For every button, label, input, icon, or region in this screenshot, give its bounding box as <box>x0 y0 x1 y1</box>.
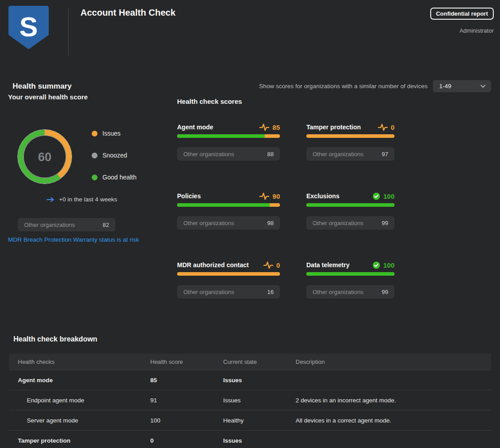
row-current-state: Healthy <box>223 417 296 424</box>
score-bar-track <box>306 203 394 207</box>
card-other-organizations: Other organizations 99 <box>306 285 394 299</box>
score-bar-track <box>177 134 280 138</box>
score-card-header: MDR authorized contact 0 <box>177 260 280 269</box>
breakdown-table-header: Health checks Health score Current state… <box>9 354 491 370</box>
row-health-check: Tamper protection <box>9 437 150 444</box>
table-row[interactable]: Endpoint agent mode 91 Issues 2 devices … <box>9 390 491 410</box>
score-card-name: Tamper protection <box>306 124 378 131</box>
score-card: Agent mode 85 <box>177 123 280 161</box>
column-header: Current state <box>223 358 296 365</box>
score-value: 0 <box>276 261 280 269</box>
page-title: Account Health Check <box>81 8 175 18</box>
health-check-scores-section: Health check scores Agent mode <box>177 98 492 299</box>
row-current-state: Issues <box>223 377 296 384</box>
card-other-organizations: Other organizations 99 <box>306 216 394 230</box>
breakdown-table-body: Agent mode 85 Issues Endpoint agent mode… <box>9 370 491 448</box>
device-range-dropdown[interactable]: 1-49 <box>433 80 491 92</box>
overall-health-donut: 60 <box>15 127 75 187</box>
score-card: Data telemetry 100 <box>306 260 394 299</box>
card-other-organizations: Other organizations 97 <box>306 147 394 161</box>
other-organizations-value: 97 <box>382 151 388 158</box>
other-organizations-label: Other organizations <box>313 220 363 226</box>
card-other-organizations: Other organizations 88 <box>177 147 280 161</box>
score-card-header: Data telemetry 100 <box>306 260 394 269</box>
legend-item: Snoozed <box>92 152 136 159</box>
score-card-header: Policies 90 <box>177 192 280 201</box>
table-row[interactable]: Server agent mode 100 Healthy All device… <box>9 410 491 430</box>
administrator-label: Administrator <box>459 27 494 34</box>
score-cards-grid: Agent mode 85 <box>177 123 492 299</box>
score-bar-fill <box>306 272 394 276</box>
score-bar-track <box>177 203 280 207</box>
score-bar-fill <box>177 134 265 138</box>
legend-dot-icon <box>92 175 97 180</box>
column-header: Description <box>296 358 491 365</box>
legend-label: Good health <box>102 174 136 181</box>
pulse-issues-icon <box>263 260 273 269</box>
card-other-organizations: Other organizations 16 <box>177 285 280 299</box>
other-organizations-value: 16 <box>267 289 274 295</box>
row-health-check: Server agent mode <box>9 417 150 424</box>
row-health-score: 100 <box>150 417 223 424</box>
other-organizations-value: 82 <box>103 222 109 228</box>
legend-label: Issues <box>102 130 120 137</box>
score-card-name: Exclusions <box>306 192 373 200</box>
device-filter-label: Show scores for organizations with a sim… <box>259 83 428 90</box>
score-bar-fill <box>306 203 394 207</box>
score-bar-track <box>306 134 394 138</box>
other-organizations-value: 99 <box>382 220 388 226</box>
legend-label: Snoozed <box>102 152 127 159</box>
header-divider <box>68 8 68 55</box>
score-card-name: Data telemetry <box>306 261 373 269</box>
trend-row: +0 in the last 4 weeks <box>8 196 156 203</box>
other-organizations-label: Other organizations <box>183 220 234 226</box>
other-organizations-value: 88 <box>267 151 274 158</box>
score-card-header: Exclusions 100 <box>306 192 394 201</box>
row-description: 2 devices in an incorrect agent mode. <box>296 397 491 404</box>
score-value: 0 <box>391 124 394 131</box>
summary-other-organizations: Other organizations 82 <box>18 218 115 231</box>
overall-score-subtitle: Your overall health score <box>8 93 88 101</box>
row-health-check: Endpoint agent mode <box>9 397 150 404</box>
confidential-report-badge[interactable]: Confidential report <box>430 8 494 20</box>
donut-legend: Issues Snoozed Good health <box>92 130 136 181</box>
score-card-header: Tamper protection 0 <box>306 123 394 132</box>
score-card-name: Agent mode <box>177 124 259 131</box>
other-organizations-value: 98 <box>267 220 274 226</box>
chevron-down-icon <box>480 85 486 88</box>
pulse-issues-icon <box>259 123 269 132</box>
score-card-name: MDR authorized contact <box>177 261 263 269</box>
other-organizations-label: Other organizations <box>24 222 75 228</box>
table-row[interactable]: Tamper protection 0 Issues <box>9 430 491 448</box>
table-row[interactable]: Agent mode 85 Issues <box>9 370 491 390</box>
score-card: Exclusions 100 <box>306 192 394 230</box>
row-health-score: 85 <box>150 377 223 384</box>
svg-text:S: S <box>19 11 38 42</box>
column-header: Health score <box>150 358 223 365</box>
score-bar-fill <box>177 203 270 207</box>
row-health-check: Agent mode <box>9 377 150 384</box>
pulse-issues-icon <box>378 123 388 132</box>
row-current-state: Issues <box>223 437 296 444</box>
other-organizations-label: Other organizations <box>313 289 363 295</box>
score-card: Policies 90 <box>177 192 280 230</box>
mdr-warranty-warning-link[interactable]: MDR Breach Protection Warranty status is… <box>8 236 139 243</box>
other-organizations-label: Other organizations <box>183 289 234 295</box>
health-check-breakdown-title: Health check breakdown <box>13 335 97 343</box>
device-filter-row: Show scores for organizations with a sim… <box>259 80 491 92</box>
column-header: Health checks <box>9 358 150 365</box>
overall-score-value: 60 <box>38 150 51 164</box>
score-value: 100 <box>383 192 394 200</box>
right-arrow-icon <box>47 197 55 202</box>
row-health-score: 91 <box>150 397 223 404</box>
score-card: MDR authorized contact 0 <box>177 260 280 299</box>
score-bar-track <box>177 272 280 276</box>
other-organizations-label: Other organizations <box>183 151 234 158</box>
legend-item: Issues <box>92 130 136 137</box>
row-description: All devices in a correct agent mode. <box>296 417 491 424</box>
pulse-issues-icon <box>259 192 269 201</box>
legend-item: Good health <box>92 174 136 181</box>
health-summary-title: Health summary <box>13 82 72 91</box>
check-good-icon <box>373 261 380 269</box>
score-card-name: Policies <box>177 192 259 200</box>
